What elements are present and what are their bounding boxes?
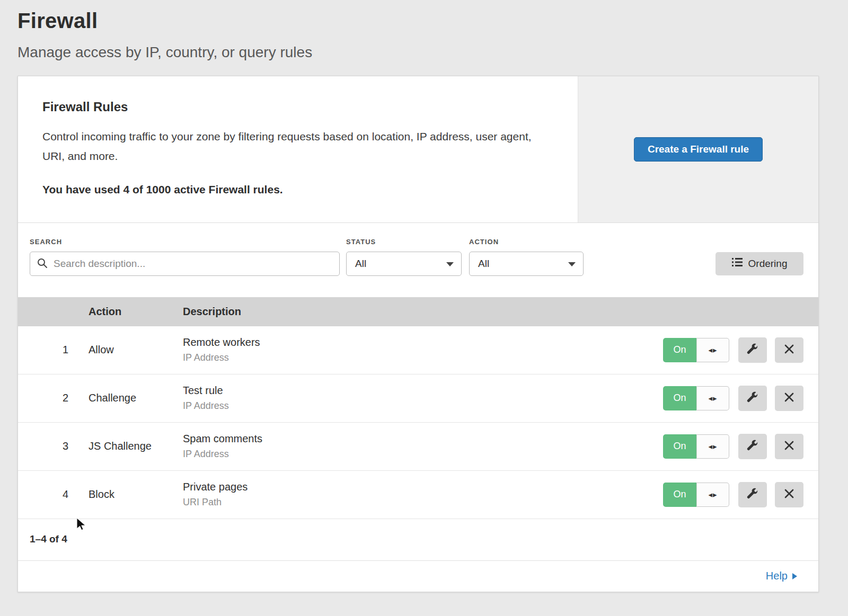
edit-rule-button[interactable] xyxy=(738,337,767,363)
rule-match-type: IP Address xyxy=(183,449,663,460)
search-box xyxy=(30,252,340,276)
card-top-section: Firewall Rules Control incoming traffic … xyxy=(18,76,818,223)
search-filter-group: SEARCH xyxy=(30,238,340,276)
edit-rule-button[interactable] xyxy=(738,386,767,411)
arrow-right-icon xyxy=(792,573,797,579)
rule-description-cell: Spam comments IP Address xyxy=(183,433,663,460)
wrench-icon xyxy=(747,343,758,356)
close-icon xyxy=(784,441,794,452)
page-subtitle: Manage access by IP, country, or query r… xyxy=(17,43,827,61)
table-row: 1 Allow Remote workers IP Address On ◂▸ xyxy=(18,326,818,374)
filters-bar: SEARCH STATUS All ACTION All xyxy=(18,223,818,297)
card-description: Control incoming traffic to your zone by… xyxy=(42,127,546,166)
close-icon xyxy=(784,344,794,355)
rule-action: Allow xyxy=(89,344,183,356)
help-row: Help xyxy=(18,561,818,592)
toggle-on-label[interactable]: On xyxy=(663,483,696,507)
action-label: ACTION xyxy=(469,238,584,246)
rule-controls: On ◂▸ xyxy=(663,337,803,363)
rule-action: JS Challenge xyxy=(89,440,183,452)
wrench-icon xyxy=(747,488,758,501)
toggle-arrows-icon[interactable]: ◂▸ xyxy=(696,338,729,362)
action-filter-group: ACTION All xyxy=(469,238,584,276)
toggle-on-label[interactable]: On xyxy=(663,338,696,362)
table-row: 3 JS Challenge Spam comments IP Address … xyxy=(18,423,818,471)
status-selected-value: All xyxy=(355,258,366,270)
wrench-icon xyxy=(747,391,758,405)
rule-match-type: IP Address xyxy=(183,352,663,363)
description-column-header: Description xyxy=(183,306,663,318)
search-label: SEARCH xyxy=(30,238,340,246)
chevron-down-icon xyxy=(568,262,576,266)
ordering-button[interactable]: Ordering xyxy=(716,252,803,275)
rule-controls: On ◂▸ xyxy=(663,386,803,411)
table-row: 4 Block Private pages URI Path On ◂▸ xyxy=(18,471,818,519)
help-link-label: Help xyxy=(766,570,788,582)
rule-match-type: IP Address xyxy=(183,400,663,412)
close-icon xyxy=(784,489,794,500)
toggle-on-label[interactable]: On xyxy=(663,434,696,459)
rule-controls: On ◂▸ xyxy=(663,482,803,507)
rule-number: 1 xyxy=(18,344,89,356)
ordering-list-icon xyxy=(732,257,743,270)
rule-controls: On ◂▸ xyxy=(663,434,803,459)
delete-rule-button[interactable] xyxy=(775,434,803,459)
rule-enabled-toggle[interactable]: On ◂▸ xyxy=(663,338,729,362)
usage-summary: You have used 4 of 1000 active Firewall … xyxy=(42,183,552,196)
edit-rule-button[interactable] xyxy=(738,482,767,507)
card-action-panel: Create a Firewall rule xyxy=(578,76,818,222)
rule-action: Block xyxy=(89,488,183,501)
action-select[interactable]: All xyxy=(469,252,584,276)
rule-description-cell: Remote workers IP Address xyxy=(183,336,663,363)
page-header: Firewall Manage access by IP, country, o… xyxy=(0,0,848,61)
card-intro: Firewall Rules Control incoming traffic … xyxy=(18,76,578,222)
rule-number: 2 xyxy=(18,392,89,404)
pagination: 1–4 of 4 xyxy=(18,519,818,561)
rules-rows: 1 Allow Remote workers IP Address On ◂▸ xyxy=(18,326,818,519)
rule-number: 3 xyxy=(18,440,89,452)
table-header: Action Description xyxy=(18,297,818,326)
rule-description-title: Remote workers xyxy=(183,336,663,349)
status-filter-group: STATUS All xyxy=(346,238,462,276)
card-heading: Firewall Rules xyxy=(42,100,552,114)
firewall-rules-card: Firewall Rules Control incoming traffic … xyxy=(17,76,819,592)
toggle-arrows-icon[interactable]: ◂▸ xyxy=(696,386,729,410)
rule-enabled-toggle[interactable]: On ◂▸ xyxy=(663,434,729,459)
action-selected-value: All xyxy=(478,258,489,270)
toggle-arrows-icon[interactable]: ◂▸ xyxy=(696,434,729,459)
toggle-on-label[interactable]: On xyxy=(663,386,696,410)
help-link[interactable]: Help xyxy=(766,570,797,582)
rule-description-title: Spam comments xyxy=(183,433,663,445)
search-input[interactable] xyxy=(30,252,340,276)
rule-description-cell: Private pages URI Path xyxy=(183,481,663,508)
close-icon xyxy=(784,392,794,404)
page-title: Firewall xyxy=(17,8,827,33)
rule-description-cell: Test rule IP Address xyxy=(183,385,663,412)
rule-number: 4 xyxy=(18,488,89,501)
rule-action: Challenge xyxy=(89,392,183,404)
status-select[interactable]: All xyxy=(346,252,462,276)
delete-rule-button[interactable] xyxy=(775,337,803,363)
ordering-wrap: Ordering xyxy=(716,238,803,276)
chevron-down-icon xyxy=(446,262,454,266)
rule-description-title: Private pages xyxy=(183,481,663,493)
delete-rule-button[interactable] xyxy=(775,386,803,411)
status-label: STATUS xyxy=(346,238,462,246)
rule-match-type: URI Path xyxy=(183,497,663,508)
delete-rule-button[interactable] xyxy=(775,482,803,507)
rule-description-title: Test rule xyxy=(183,385,663,397)
rule-enabled-toggle[interactable]: On ◂▸ xyxy=(663,483,729,507)
action-column-header: Action xyxy=(89,306,183,318)
toggle-arrows-icon[interactable]: ◂▸ xyxy=(696,483,729,507)
wrench-icon xyxy=(747,440,758,453)
create-firewall-rule-button[interactable]: Create a Firewall rule xyxy=(634,137,763,162)
rule-enabled-toggle[interactable]: On ◂▸ xyxy=(663,386,729,410)
edit-rule-button[interactable] xyxy=(738,434,767,459)
search-icon xyxy=(37,257,48,271)
ordering-button-label: Ordering xyxy=(748,258,788,270)
table-row: 2 Challenge Test rule IP Address On ◂▸ xyxy=(18,374,818,423)
